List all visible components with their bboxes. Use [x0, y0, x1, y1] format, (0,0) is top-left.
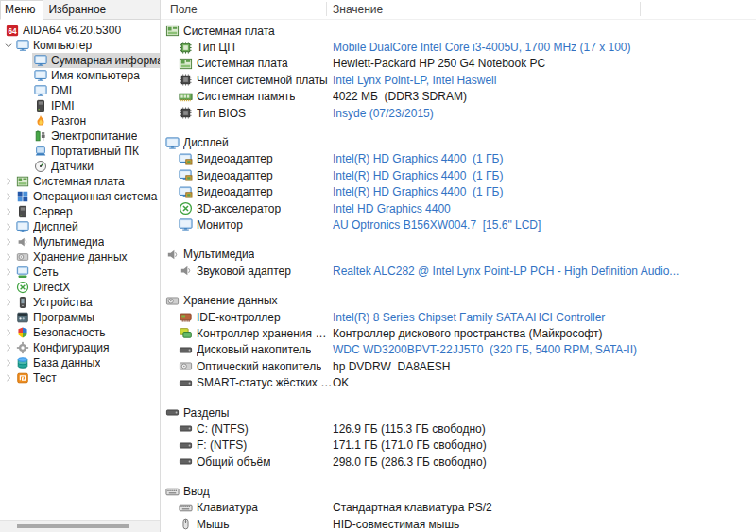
sidebar-item-benchmark[interactable]: Тест: [0, 370, 160, 386]
chevron-collapsed-icon[interactable]: [3, 191, 14, 202]
sidebar-item-multimedia[interactable]: Мультимедиа: [0, 234, 160, 249]
sidebar-item-server[interactable]: Сервер: [0, 204, 160, 219]
row-bios-type[interactable]: Тип BIOSInsyde (07/23/2015): [161, 105, 756, 121]
row-partition-f[interactable]: F: (NTFS)171.1 ГБ (171.0 ГБ свободно): [161, 438, 756, 454]
sidebar-item-computer[interactable]: Компьютер: [0, 38, 160, 53]
sidebar-item-label: Операционная система: [33, 190, 158, 203]
sidebar-item-portable-pc[interactable]: Портативный ПК: [0, 144, 160, 159]
keyboard-value: Стандартная клавиатура PS/2: [333, 501, 756, 514]
hdd-icon: [179, 343, 193, 357]
sidebar-item-display[interactable]: Дисплей: [0, 219, 160, 234]
sidebar-item-motherboard[interactable]: Системная плата: [0, 174, 160, 189]
chevron-collapsed-icon[interactable]: [3, 312, 14, 323]
sidebar-item-overclock[interactable]: Разгон: [0, 113, 160, 129]
tree-row-body: 64AIDA64 v6.20.5300: [4, 23, 160, 38]
row-smart-status[interactable]: SMART-статус жёстких дисковOK: [161, 374, 756, 390]
sidebar-item-label: Программы: [33, 311, 94, 324]
chevron-collapsed-icon[interactable]: [3, 372, 14, 384]
monitor-value[interactable]: AU Optronics B156XW004.7 [15.6" LCD]: [333, 218, 756, 232]
row-total-size[interactable]: Общий объём298.0 ГБ (286.3 ГБ свободно): [161, 454, 756, 470]
video-adapter-2-value[interactable]: Intel(R) HD Graphics 4400 (1 ГБ): [333, 169, 756, 182]
hdd-icon: [179, 421, 193, 436]
chevron-collapsed-icon[interactable]: [3, 251, 14, 263]
chevron-collapsed-icon[interactable]: [3, 176, 14, 187]
chevron-collapsed-icon[interactable]: [3, 266, 14, 278]
chevron-collapsed-icon[interactable]: [3, 282, 14, 293]
ide-controller-value[interactable]: Intel(R) 8 Series Chipset Family SATA AH…: [333, 311, 756, 324]
row-motherboard[interactable]: Системная платаHewlett-Packard HP 250 G4…: [161, 56, 756, 72]
video-adapter-3-value[interactable]: Intel(R) HD Graphics 4400 (1 ГБ): [333, 185, 756, 198]
cpu-type-value[interactable]: Mobile DualCore Intel Core i3-4005U, 170…: [333, 41, 756, 54]
sidebar-item-aida64[interactable]: 64AIDA64 v6.20.5300: [0, 23, 160, 38]
sidebar-item-directx[interactable]: DirectX: [0, 280, 160, 295]
accelerator-3d-icon: [179, 201, 193, 215]
column-divider[interactable]: [640, 2, 641, 16]
section-multimedia: МультимедиаЗвуковой адаптерRealtek ALC28…: [161, 247, 756, 280]
section-title-display[interactable]: Дисплей: [161, 134, 756, 150]
row-cpu-type[interactable]: Тип ЦПMobile DualCore Intel Core i3-4005…: [161, 39, 756, 55]
row-optical-drive[interactable]: Оптический накопительhp DVDRW DA8AESH: [161, 358, 756, 374]
audio-adapter-value[interactable]: Realtek ALC282 @ Intel Lynx Point-LP PCH…: [333, 265, 756, 278]
chevron-collapsed-icon[interactable]: [3, 236, 14, 248]
sidebar-item-sensors[interactable]: Датчики: [0, 159, 160, 174]
sidebar-item-storage[interactable]: Хранение данных: [0, 249, 160, 265]
section-title-input[interactable]: Ввод: [161, 483, 756, 499]
row-audio-adapter[interactable]: Звуковой адаптерRealtek ALC282 @ Intel L…: [161, 263, 756, 279]
sidebar-item-summary-info[interactable]: Суммарная информация: [0, 53, 160, 68]
section-title-partitions[interactable]: Разделы: [161, 404, 756, 420]
monitor-label: Монитор: [197, 218, 243, 232]
row-mouse-1[interactable]: МышьHID-совместимая мышь: [161, 516, 756, 532]
sidebar-item-devices[interactable]: Устройства: [0, 295, 160, 310]
chevron-collapsed-icon[interactable]: [3, 327, 14, 338]
row-monitor[interactable]: МониторAU Optronics B156XW004.7 [15.6" L…: [161, 216, 756, 232]
sidebar-item-security[interactable]: Безопасность: [0, 325, 160, 340]
sidebar-item-label: Сервер: [33, 205, 73, 218]
section-title-label: Системная плата: [183, 25, 275, 38]
chevron-expanded-icon[interactable]: [3, 40, 14, 51]
horizontal-scrollbar[interactable]: [0, 520, 160, 532]
row-partition-c[interactable]: C: (NTFS)126.9 ГБ (115.3 ГБ свободно): [161, 420, 756, 437]
tab-favorites[interactable]: Избранное: [43, 0, 114, 19]
sidebar-item-database[interactable]: База данных: [0, 355, 160, 370]
row-video-adapter-3[interactable]: ВидеоадаптерIntel(R) HD Graphics 4400 (1…: [161, 184, 756, 200]
sidebar-item-power[interactable]: Электропитание: [0, 129, 160, 144]
computer-name-icon: [34, 69, 47, 82]
sidebar-item-network[interactable]: Сеть: [0, 265, 160, 280]
row-video-adapter-1[interactable]: ВидеоадаптерIntel(R) HD Graphics 4400 (1…: [161, 151, 756, 167]
sidebar-item-dmi[interactable]: DMI: [0, 83, 160, 98]
field-cell: Мультимедиа: [161, 248, 333, 262]
column-header-field[interactable]: Поле: [170, 3, 198, 16]
tab-menu[interactable]: Меню: [0, 0, 43, 20]
chipset-value[interactable]: Intel Lynx Point-LP, Intel Haswell: [333, 74, 756, 87]
sidebar-item-ipmi[interactable]: IPMI: [0, 98, 160, 113]
section-title-storage[interactable]: Хранение данных: [161, 292, 756, 308]
section-title-multimedia[interactable]: Мультимедиа: [161, 247, 756, 263]
3d-accelerator-value[interactable]: Intel HD Graphics 4400: [333, 202, 756, 215]
sidebar-item-config[interactable]: Конфигурация: [0, 340, 160, 355]
sidebar-item-computer-name[interactable]: Имя компьютера: [0, 68, 160, 83]
row-keyboard[interactable]: КлавиатураСтандартная клавиатура PS/2: [161, 500, 756, 516]
row-disk-drive[interactable]: Дисковый накопительWDC WD3200BPVT-22JJ5T…: [161, 342, 756, 358]
sidebar-item-programs[interactable]: Программы: [0, 310, 160, 325]
bios-type-value[interactable]: Insyde (07/23/2015): [333, 107, 756, 120]
chevron-collapsed-icon[interactable]: [3, 342, 14, 353]
row-video-adapter-2[interactable]: ВидеоадаптерIntel(R) HD Graphics 4400 (1…: [161, 167, 756, 183]
row-chipset[interactable]: Чипсет системной платыIntel Lynx Point-L…: [161, 72, 756, 88]
column-header-value[interactable]: Значение: [333, 3, 383, 16]
tree-row-body: Компьютер: [14, 38, 160, 53]
section-title-system-board[interactable]: Системная плата: [161, 23, 756, 39]
row-ide-controller[interactable]: IDE-контроллерIntel(R) 8 Series Chipset …: [161, 309, 756, 325]
row-3d-accelerator[interactable]: 3D-акселераторIntel HD Graphics 4400: [161, 200, 756, 216]
disk-drive-value[interactable]: WDC WD3200BPVT-22JJ5T0 (320 ГБ, 5400 RPM…: [333, 343, 756, 356]
row-storage-controller[interactable]: Контроллер хранения данныхКонтроллер дис…: [161, 325, 756, 341]
chevron-collapsed-icon[interactable]: [3, 221, 14, 232]
row-memory[interactable]: Системная память4022 МБ (DDR3 SDRAM): [161, 89, 756, 105]
video-adapter-1-value[interactable]: Intel(R) HD Graphics 4400 (1 ГБ): [333, 152, 756, 165]
chevron-collapsed-icon[interactable]: [3, 206, 14, 217]
column-divider[interactable]: [326, 2, 327, 16]
sidebar-item-os[interactable]: Операционная система: [0, 189, 160, 204]
chevron-collapsed-icon[interactable]: [3, 357, 14, 369]
chevron-collapsed-icon[interactable]: [3, 297, 14, 308]
scrollbar-thumb[interactable]: [17, 524, 129, 528]
optical-drive-value: hp DVDRW DA8AESH: [333, 360, 756, 373]
